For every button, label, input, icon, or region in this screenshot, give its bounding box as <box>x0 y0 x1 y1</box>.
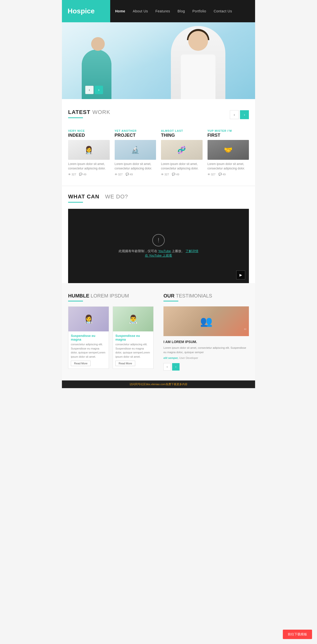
navigation: Home About Us Features Blog Portfolio Co… <box>110 0 255 22</box>
nav-item-about[interactable]: About Us <box>133 9 148 13</box>
play-icon: ▶ <box>240 273 242 277</box>
two-col-section: HUMBLE LOREM IPSDUM 👩‍⚕️ Suspendisse eu … <box>62 283 255 380</box>
nav-item-features[interactable]: Features <box>156 9 170 13</box>
work-meta-2: 👁 327 💬 49 <box>115 173 156 176</box>
testimonial-author: elit semper, User Developer <box>164 356 249 360</box>
latest-work-title: LATEST WORK <box>68 109 110 116</box>
latest-work-nav: ‹ › <box>230 110 249 119</box>
work-title-2: PROJECT <box>115 133 156 138</box>
work-views-1: 👁 327 <box>68 173 76 176</box>
nav-item-contact[interactable]: Contact Us <box>214 9 232 13</box>
quote-icon: " <box>244 327 246 335</box>
work-comments-2: 💬 49 <box>126 173 133 176</box>
work-item-2: YET ANOTHER PROJECT Lorem ipsum dolor si… <box>115 129 156 176</box>
work-item-3: ALMSOT LAST THING Lorem ipsum dolor sit … <box>161 129 202 176</box>
what-can-title: WHAT CAN WE DO? <box>68 194 249 200</box>
work-title-1: INDEED <box>68 133 110 138</box>
title-underline <box>68 118 83 118</box>
testimonials-underline <box>164 301 178 302</box>
hero-prev-button[interactable]: ‹ <box>85 86 94 94</box>
video-error-text: 此视频有年龄限制，仅可在 YouTube 上播放。 了解详情 在 YouTube… <box>119 249 198 258</box>
humble-card-doctor2-icon: 👨‍⚕️ <box>128 314 138 324</box>
testimonial-prev-button[interactable]: ‹ <box>164 363 171 370</box>
work-comments-3: 💬 49 <box>172 173 179 176</box>
humble-card-image-2: 👨‍⚕️ <box>113 307 153 332</box>
work-comments-1: 💬 49 <box>79 173 86 176</box>
testimonial-image: 👥 " <box>164 306 249 336</box>
work-views-3: 👁 327 <box>161 173 169 176</box>
testimonial-group-icon: 👥 <box>200 316 212 327</box>
humble-card-desc-2: consectetur adipiscing elit. Suspendisse… <box>116 342 151 359</box>
humble-read-more-1[interactable]: Read More <box>71 361 91 366</box>
testimonial-next-button[interactable]: › <box>172 363 180 370</box>
work-image-3[interactable] <box>161 140 202 160</box>
latest-work-section: LATEST WORK ‹ › VERY NICE INDEED Lorem i… <box>62 99 255 186</box>
humble-card-grid: 👩‍⚕️ Suspendisse eu magna consectetur ad… <box>68 306 154 369</box>
humble-card-image-1: 👩‍⚕️ <box>68 307 109 332</box>
header: Hospice Home About Us Features Blog Port… <box>62 0 255 22</box>
what-can-underline <box>68 202 83 202</box>
work-views-2: 👁 327 <box>115 173 122 176</box>
humble-card-link-1[interactable]: Suspendisse eu magna <box>71 334 106 341</box>
latest-work-title-container: LATEST WORK <box>68 109 110 124</box>
watch-on-youtube-link[interactable]: 在 YouTube 上观看 <box>145 254 172 257</box>
work-desc-4: Lorem ipsum dolor sit amet, consectetur … <box>208 162 249 171</box>
watermark-text: 访问同号社区bbs.xleniao.com免费下载更多内容 <box>130 383 188 386</box>
logo: Hospice <box>62 0 100 22</box>
work-meta-4: 👁 327 💬 49 <box>208 173 249 176</box>
work-views-4: 👁 327 <box>208 173 216 176</box>
work-item-4: YUP MISTER I'M FIRST Lorem ipsum dolor s… <box>208 129 249 176</box>
latest-work-next-button[interactable]: › <box>240 110 249 119</box>
what-can-section: WHAT CAN WE DO? ! 此视频有年龄限制，仅可在 YouTube 上… <box>62 186 255 283</box>
humble-card-doctor-icon: 👩‍⚕️ <box>84 314 94 324</box>
video-play-button[interactable]: ▶ <box>236 270 245 280</box>
testimonial-nav: ‹ › <box>164 363 249 370</box>
watermark-bar: 访问同号社区bbs.xleniao.com免费下载更多内容 <box>62 380 255 388</box>
work-tag-1: VERY NICE <box>68 129 110 132</box>
work-grid: VERY NICE INDEED Lorem ipsum dolor sit a… <box>68 129 249 176</box>
testimonial-text: Lorem ipsum dolor sit amet, consectetur … <box>164 346 249 354</box>
work-image-1[interactable] <box>68 140 110 160</box>
humble-card-link-2[interactable]: Suspendisse eu magna <box>116 334 151 341</box>
hero-next-button[interactable]: › <box>94 86 103 94</box>
humble-card-2: 👨‍⚕️ Suspendisse eu magna consectetur ad… <box>113 306 154 369</box>
hero-figure-woman <box>171 26 225 99</box>
humble-underline <box>68 301 83 302</box>
work-desc-2: Lorem ipsum dolor sit amet, consectetur … <box>115 162 156 171</box>
video-container[interactable]: ! 此视频有年龄限制，仅可在 YouTube 上播放。 了解详情 在 YouTu… <box>68 209 249 283</box>
testimonial-person-title: I AM LOREM IPSUM. <box>164 340 249 344</box>
work-tag-2: YET ANOTHER <box>115 129 156 132</box>
work-meta-3: 👁 327 💬 49 <box>161 173 202 176</box>
nav-item-home[interactable]: Home <box>115 9 125 13</box>
work-image-2[interactable] <box>115 140 156 160</box>
learn-more-link[interactable]: 了解详情 <box>186 249 198 253</box>
nav-item-portfolio[interactable]: Portfolio <box>192 9 206 13</box>
testimonials-title: OUR TESTIMONIALS <box>164 293 249 299</box>
work-tag-3: ALMSOT LAST <box>161 129 202 132</box>
work-image-4[interactable] <box>208 140 249 160</box>
video-error-icon: ! <box>152 234 165 246</box>
work-item-1: VERY NICE INDEED Lorem ipsum dolor sit a… <box>68 129 110 176</box>
humble-card-1: 👩‍⚕️ Suspendisse eu magna consectetur ad… <box>68 306 109 369</box>
work-desc-1: Lorem ipsum dolor sit amet, consectetur … <box>68 162 110 171</box>
youtube-link[interactable]: YouTube <box>158 249 171 253</box>
work-comments-4: 💬 49 <box>218 173 226 176</box>
hero-section: ‹ › <box>62 22 255 99</box>
work-tag-4: YUP MISTER I'M <box>208 129 249 132</box>
latest-work-prev-button[interactable]: ‹ <box>230 110 239 119</box>
latest-work-header: LATEST WORK ‹ › <box>68 109 249 124</box>
humble-read-more-2[interactable]: Read More <box>116 361 135 366</box>
video-error-message: ! 此视频有年龄限制，仅可在 YouTube 上播放。 了解详情 在 YouTu… <box>119 234 198 258</box>
work-title-3: THING <box>161 133 202 138</box>
humble-card-body-2: Suspendisse eu magna consectetur adipisc… <box>113 332 153 368</box>
testimonials-column: OUR TESTIMONIALS 👥 " I AM LOREM IPSUM. L… <box>164 293 249 370</box>
work-meta-1: 👁 327 💬 49 <box>68 173 110 176</box>
work-desc-3: Lorem ipsum dolor sit amet, consectetur … <box>161 162 202 171</box>
nav-item-blog[interactable]: Blog <box>178 9 185 13</box>
nav-accent <box>100 0 110 22</box>
humble-title: HUMBLE LOREM IPSDUM <box>68 293 154 299</box>
work-title-4: FIRST <box>208 133 249 138</box>
humble-column: HUMBLE LOREM IPSDUM 👩‍⚕️ Suspendisse eu … <box>68 293 154 370</box>
humble-card-body-1: Suspendisse eu magna consectetur adipisc… <box>68 332 109 368</box>
hero-woman-face <box>188 31 208 51</box>
